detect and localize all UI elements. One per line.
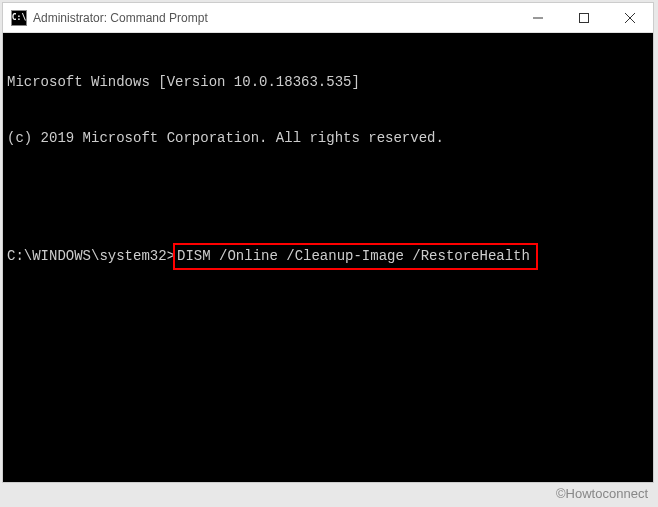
- terminal-prompt: C:\WINDOWS\system32>: [7, 247, 175, 266]
- minimize-icon: [533, 13, 543, 23]
- window-controls: [515, 3, 653, 32]
- svg-rect-1: [580, 13, 589, 22]
- cmd-icon-label: C:\: [12, 13, 26, 22]
- terminal-output-line: (c) 2019 Microsoft Corporation. All righ…: [7, 129, 649, 148]
- terminal-blank-line: [7, 186, 649, 205]
- terminal-command: DISM /Online /Cleanup-Image /RestoreHeal…: [177, 248, 530, 264]
- titlebar[interactable]: C:\ Administrator: Command Prompt: [3, 3, 653, 33]
- close-button[interactable]: [607, 3, 653, 32]
- watermark-text: ©Howtoconnect: [556, 486, 648, 501]
- terminal-prompt-line: C:\WINDOWS\system32>DISM /Online /Cleanu…: [7, 243, 649, 270]
- window-title: Administrator: Command Prompt: [33, 11, 515, 25]
- terminal-output-line: Microsoft Windows [Version 10.0.18363.53…: [7, 73, 649, 92]
- minimize-button[interactable]: [515, 3, 561, 32]
- command-prompt-window: C:\ Administrator: Command Prompt: [2, 2, 654, 483]
- command-highlight-box: DISM /Online /Cleanup-Image /RestoreHeal…: [173, 243, 538, 270]
- maximize-button[interactable]: [561, 3, 607, 32]
- close-icon: [625, 13, 635, 23]
- maximize-icon: [579, 13, 589, 23]
- cmd-icon: C:\: [11, 10, 27, 26]
- terminal-area[interactable]: Microsoft Windows [Version 10.0.18363.53…: [3, 33, 653, 482]
